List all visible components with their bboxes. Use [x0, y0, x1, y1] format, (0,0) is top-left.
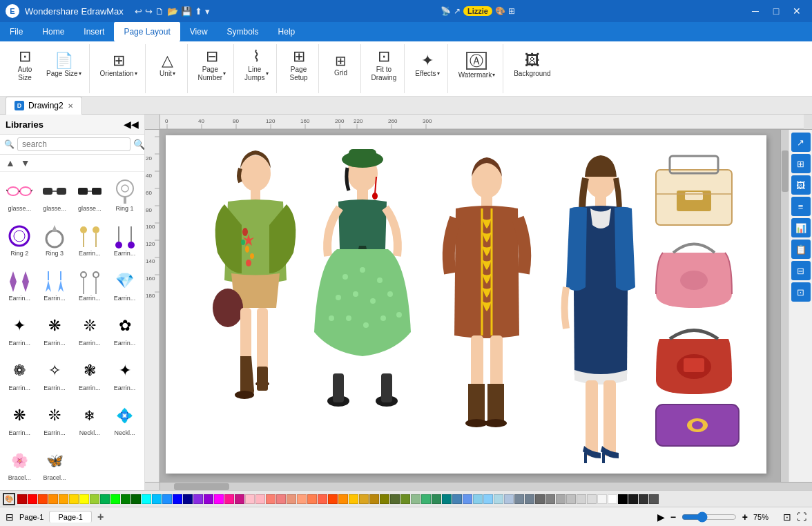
- list-item[interactable]: Earrin...: [73, 220, 107, 263]
- color-swatch[interactable]: [463, 494, 472, 504]
- color-swatch[interactable]: [608, 494, 617, 504]
- line-jumps-button[interactable]: ⌇ LineJumps: [241, 46, 271, 86]
- tab-close-button[interactable]: ✕: [68, 102, 73, 110]
- color-swatch[interactable]: [504, 494, 514, 504]
- save-btn[interactable]: 💾: [181, 6, 192, 17]
- zoom-level[interactable]: 75%: [753, 513, 777, 521]
- list-item[interactable]: 🌸 Bracel...: [3, 444, 37, 487]
- scrollbar-thumb[interactable]: [782, 150, 789, 192]
- color-swatch[interactable]: [59, 494, 68, 504]
- minimize-button[interactable]: ─: [746, 4, 765, 18]
- color-swatch[interactable]: [525, 494, 534, 504]
- list-item[interactable]: ❊ Earrin...: [38, 399, 72, 442]
- list-item[interactable]: ✦ Earrin...: [108, 354, 142, 398]
- color-swatch[interactable]: [442, 494, 452, 504]
- search-submit-icon[interactable]: 🔍: [133, 139, 145, 150]
- menu-help[interactable]: Help: [269, 22, 305, 41]
- background-button[interactable]: 🖼 Background: [510, 46, 554, 86]
- list-item[interactable]: Earrin...: [3, 264, 37, 308]
- color-swatch[interactable]: [587, 494, 597, 504]
- list-item[interactable]: Earrin...: [108, 220, 142, 263]
- list-item[interactable]: Earrin...: [38, 264, 72, 308]
- panel-btn-7[interactable]: ⊟: [791, 261, 811, 280]
- color-swatch[interactable]: [411, 494, 420, 504]
- open-btn[interactable]: 📂: [167, 6, 178, 17]
- h-scroll-thumb[interactable]: [174, 483, 229, 490]
- color-swatch[interactable]: [545, 494, 555, 504]
- color-swatch[interactable]: [162, 494, 172, 504]
- color-swatch[interactable]: [307, 494, 317, 504]
- color-swatch[interactable]: [338, 494, 348, 504]
- color-swatch[interactable]: [131, 494, 141, 504]
- color-swatch[interactable]: [328, 494, 338, 504]
- tab-drawing2[interactable]: D Drawing2 ✕: [6, 97, 82, 115]
- sidebar-down-button[interactable]: ▼: [18, 156, 33, 170]
- list-item[interactable]: ✧ Earrin...: [38, 354, 72, 398]
- maximize-button[interactable]: □: [766, 4, 786, 18]
- search-input[interactable]: [17, 137, 130, 151]
- add-page-button[interactable]: +: [97, 511, 104, 523]
- menu-home[interactable]: Home: [32, 22, 74, 41]
- list-item[interactable]: ❊ Earrin...: [73, 309, 107, 353]
- more-btn[interactable]: ▾: [205, 6, 210, 17]
- list-item[interactable]: 💎 Earrin...: [108, 264, 142, 308]
- color-swatch[interactable]: [349, 494, 358, 504]
- color-swatch[interactable]: [121, 494, 130, 504]
- color-swatch[interactable]: [204, 494, 213, 504]
- color-swatch[interactable]: [255, 494, 265, 504]
- list-item[interactable]: Earrin...: [73, 264, 107, 308]
- export-btn[interactable]: ⬆: [195, 6, 202, 17]
- page-size-button[interactable]: 📄 Page Size: [43, 46, 85, 86]
- color-swatch[interactable]: [359, 494, 369, 504]
- color-swatch[interactable]: [100, 494, 110, 504]
- color-swatch[interactable]: [432, 494, 441, 504]
- orientation-button[interactable]: ⊞ Orientation: [97, 46, 141, 86]
- drawing-canvas[interactable]: [166, 135, 766, 474]
- page-setup-button[interactable]: ⊞ PageSetup: [284, 46, 314, 86]
- page-number-button[interactable]: ⊟ PageNumber: [195, 46, 230, 86]
- page-tab[interactable]: Page-1: [49, 511, 91, 523]
- color-swatch[interactable]: [245, 494, 255, 504]
- color-swatch[interactable]: [483, 494, 493, 504]
- color-swatch[interactable]: [48, 494, 58, 504]
- grid-button[interactable]: ⊞ Grid: [326, 46, 356, 86]
- list-item[interactable]: glasse...: [38, 175, 72, 218]
- color-swatch[interactable]: [318, 494, 327, 504]
- panel-btn-3[interactable]: 🖼: [791, 175, 811, 195]
- list-item[interactable]: Ring 1: [108, 175, 142, 218]
- color-swatch[interactable]: [369, 494, 379, 504]
- color-swatch[interactable]: [28, 494, 37, 504]
- panel-btn-2[interactable]: ⊞: [791, 154, 811, 173]
- color-swatch[interactable]: [380, 494, 389, 504]
- color-swatch[interactable]: [566, 494, 576, 504]
- close-button[interactable]: ✕: [787, 4, 806, 18]
- menu-pagelayout[interactable]: Page Layout: [114, 22, 180, 41]
- list-item[interactable]: ❁ Earrin...: [3, 354, 37, 398]
- panel-btn-6[interactable]: 📋: [791, 240, 811, 259]
- color-swatch[interactable]: [173, 494, 182, 504]
- color-swatch[interactable]: [452, 494, 462, 504]
- menu-insert[interactable]: Insert: [74, 22, 114, 41]
- color-swatch[interactable]: [152, 494, 162, 504]
- color-swatch[interactable]: [494, 494, 503, 504]
- list-item[interactable]: ❄ Neckl...: [73, 399, 107, 442]
- menu-file[interactable]: File: [0, 22, 32, 41]
- effects-button[interactable]: ✦ Effects: [412, 46, 443, 86]
- color-swatch[interactable]: [17, 494, 27, 504]
- fit-page-button[interactable]: ⊡: [783, 512, 791, 523]
- list-item[interactable]: ❋ Earrin...: [3, 399, 37, 442]
- menu-symbols[interactable]: Symbols: [218, 22, 269, 41]
- zoom-slider[interactable]: [682, 512, 737, 523]
- color-swatch[interactable]: [514, 494, 524, 504]
- zoom-in-button[interactable]: +: [742, 512, 748, 523]
- auto-size-button[interactable]: ⊡ AutoSize: [10, 46, 40, 86]
- panel-btn-1[interactable]: ↗: [791, 133, 811, 152]
- color-swatch[interactable]: [276, 494, 286, 504]
- color-swatch[interactable]: [266, 494, 276, 504]
- list-item[interactable]: glasse...: [3, 175, 37, 218]
- color-swatch[interactable]: [38, 494, 48, 504]
- color-swatch[interactable]: [628, 494, 638, 504]
- horizontal-scrollbar[interactable]: [145, 482, 812, 490]
- panel-btn-4[interactable]: ≡: [791, 197, 811, 216]
- page-layout-icon[interactable]: ⊟: [6, 512, 14, 523]
